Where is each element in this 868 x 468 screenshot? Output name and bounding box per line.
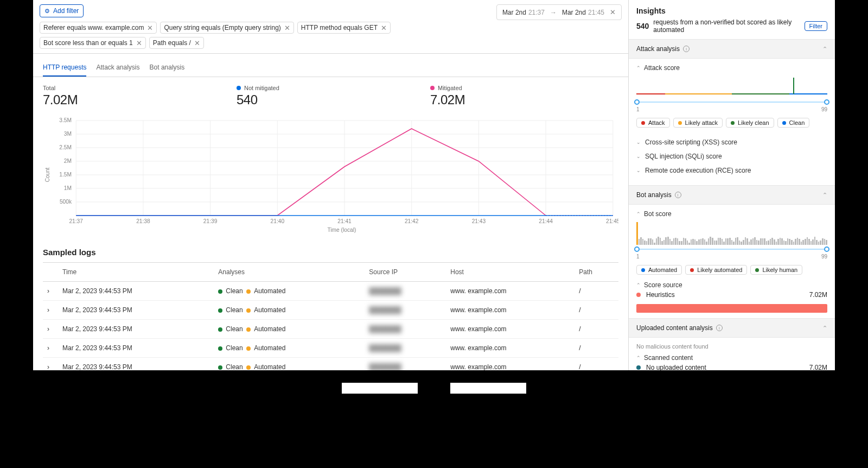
spark-bar [704, 239, 706, 245]
chevron-up-icon: ⌃ [636, 65, 641, 71]
column-header[interactable]: Time [58, 263, 214, 282]
uploaded-content-section[interactable]: Uploaded content analysis i ⌃ [629, 318, 835, 338]
spark-bar [727, 238, 729, 245]
filter-chip[interactable]: HTTP method equals GET✕ [297, 22, 391, 34]
subsection-toggle[interactable]: ⌄Cross-site scripting (XSS) score [636, 135, 827, 149]
insight-filter-button[interactable]: Filter [805, 21, 827, 31]
remove-filter-icon[interactable]: ✕ [194, 40, 200, 47]
remove-filter-icon[interactable]: ✕ [284, 24, 290, 31]
spark-bar [791, 240, 793, 245]
filter-chips: Referer equals www. example.com✕Query st… [40, 22, 490, 49]
column-header[interactable]: Source IP [365, 263, 446, 282]
filter-chip[interactable]: Query string equals (Empty query string)… [160, 22, 293, 34]
heuristics-label: Heuristics [646, 291, 675, 299]
attack-score-toggle[interactable]: ⌃Attack score [636, 64, 827, 72]
table-row[interactable]: › Mar 2, 2023 9:44:53 PM Clean Automated… [43, 301, 618, 320]
remove-filter-icon[interactable]: ✕ [136, 40, 142, 47]
cell-analyses: Clean Automated [214, 301, 365, 320]
subsection-toggle[interactable]: ⌄Remote code execution (RCE) score [636, 163, 827, 178]
remove-filter-icon[interactable]: ✕ [381, 24, 387, 31]
filter-chip-label: Query string equals (Empty query string) [164, 24, 280, 31]
spark-bar [683, 238, 685, 245]
bot-analysis-section[interactable]: Bot analysis i ⌃ [629, 185, 835, 205]
info-icon[interactable]: i [675, 192, 681, 198]
svg-text:2.5M: 2.5M [59, 144, 72, 150]
clear-daterange-icon[interactable]: ✕ [610, 8, 616, 16]
spark-bar [648, 238, 649, 245]
svg-text:1M: 1M [64, 185, 72, 191]
legend-pill[interactable]: Clean [777, 118, 810, 128]
filter-chip-label: Bot score less than or equals 1 [43, 39, 133, 47]
legend-pill[interactable]: Likely attack [673, 118, 723, 128]
info-icon[interactable]: i [683, 46, 690, 52]
score-source-toggle[interactable]: ⌃Score source [636, 281, 827, 289]
spark-bar [739, 241, 741, 245]
info-icon[interactable]: i [716, 325, 723, 331]
legend-pill[interactable]: Likely clean [726, 118, 774, 128]
svg-text:21:40: 21:40 [271, 218, 285, 224]
expand-icon[interactable]: › [43, 282, 58, 301]
bot-score-slider[interactable] [636, 246, 827, 252]
spark-bar [781, 238, 783, 245]
spark-bar [723, 242, 725, 245]
spark-bar [652, 239, 654, 245]
cell-analyses: Clean Automated [214, 320, 365, 339]
filter-chip[interactable]: Referer equals www. example.com✕ [40, 22, 157, 34]
tab-attack-analysis[interactable]: Attack analysis [96, 58, 139, 77]
dot-icon [636, 365, 641, 370]
expand-icon[interactable]: › [43, 320, 58, 339]
subsection-toggle[interactable]: ⌄SQL injection (SQLi) score [636, 149, 827, 163]
spark-bar [822, 238, 824, 245]
cell-analyses: Clean Automated [214, 339, 365, 358]
dot-icon [218, 365, 222, 370]
spark-bar [749, 242, 750, 245]
spark-bar [807, 237, 808, 245]
legend-pill[interactable]: Likely human [750, 265, 802, 275]
svg-text:21:43: 21:43 [472, 218, 486, 224]
table-row[interactable]: › Mar 2, 2023 9:44:53 PM Clean Automated… [43, 339, 618, 358]
column-header[interactable]: Analyses [214, 263, 365, 282]
remove-filter-icon[interactable]: ✕ [147, 24, 153, 31]
expand-icon[interactable]: › [43, 339, 58, 358]
chevron-down-icon: ⌄ [636, 154, 641, 159]
date-range-picker[interactable]: Mar 2nd21:37 → Mar 2nd21:45 ✕ [496, 4, 622, 20]
spark-bar [793, 242, 795, 245]
dot-icon [678, 121, 682, 125]
legend-pill[interactable]: Likely automated [685, 265, 747, 275]
attack-score-slider[interactable] [636, 99, 827, 105]
svg-text:21:44: 21:44 [539, 218, 553, 224]
heuristics-value: 7.02M [809, 291, 827, 299]
bot-score-toggle[interactable]: ⌃Bot score [636, 210, 827, 218]
svg-text:21:45: 21:45 [606, 218, 618, 224]
column-header[interactable]: Path [575, 263, 618, 282]
legend-pill[interactable]: Automated [636, 265, 682, 275]
spark-bar [644, 241, 646, 245]
spark-bar [805, 239, 806, 245]
dot-icon [246, 308, 251, 313]
svg-text:21:39: 21:39 [203, 218, 218, 224]
stat-mitigated-label: Mitigated [438, 85, 462, 91]
spark-bar [710, 237, 711, 245]
expand-icon[interactable]: › [43, 301, 58, 320]
attack-analysis-section[interactable]: Attack analysis i ⌃ [629, 39, 835, 59]
spark-bar [745, 237, 746, 245]
legend-pill[interactable]: Attack [636, 118, 670, 128]
table-row[interactable]: › Mar 2, 2023 9:44:53 PM Clean Automated… [43, 320, 618, 339]
tab-bot-analysis[interactable]: Bot analysis [150, 58, 185, 77]
no-malicious-text: No malicious content found [636, 343, 827, 350]
scanned-content-toggle[interactable]: ⌃Scanned content [636, 354, 827, 362]
filter-chip[interactable]: Path equals /✕ [149, 37, 204, 49]
spark-bar [685, 238, 686, 245]
dot-icon [246, 327, 251, 332]
spark-bar [733, 242, 735, 245]
dot-icon [218, 289, 222, 294]
table-row[interactable]: › Mar 2, 2023 9:44:53 PM Clean Automated… [43, 282, 618, 301]
cell-path: / [575, 320, 618, 339]
svg-text:21:42: 21:42 [405, 218, 419, 224]
column-header[interactable]: Host [446, 263, 575, 282]
filter-chip[interactable]: Bot score less than or equals 1✕ [40, 37, 146, 49]
tab-http-requests[interactable]: HTTP requests [43, 58, 86, 77]
dot-icon [641, 268, 645, 272]
dot-icon [636, 293, 641, 297]
add-filter-button[interactable]: Add filter [40, 4, 84, 17]
